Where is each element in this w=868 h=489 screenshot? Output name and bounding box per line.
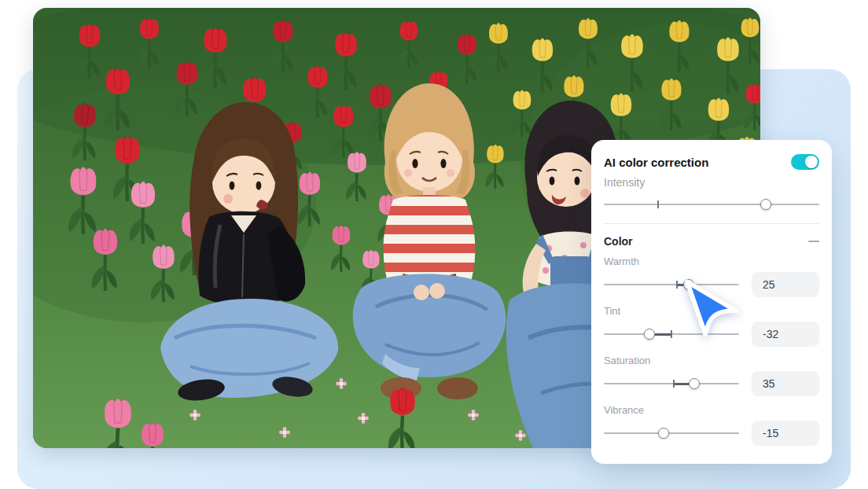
tint-value-field[interactable]: -32	[752, 322, 819, 347]
ai-color-correction-toggle[interactable]	[791, 154, 819, 170]
slider-handle[interactable]	[644, 329, 655, 340]
screenshot-root: AI color correction Intensity Color Warm…	[0, 0, 868, 489]
warmth-label: Warmth	[604, 256, 819, 267]
slider-handle[interactable]	[689, 378, 700, 389]
color-section-title: Color	[604, 235, 633, 248]
slider-track[interactable]	[604, 432, 739, 434]
cursor-pointer-icon	[681, 277, 739, 340]
panel-title: AI color correction	[604, 156, 708, 169]
vibrance-value-field[interactable]: -15	[752, 421, 819, 446]
slider-track[interactable]	[604, 204, 819, 205]
saturation-value-field[interactable]: 35	[752, 371, 819, 396]
vibrance-label: Vibrance	[604, 404, 819, 416]
toggle-knob	[805, 156, 818, 168]
vibrance-slider[interactable]	[604, 427, 739, 439]
collapse-minus-icon[interactable]	[808, 241, 819, 242]
saturation-label: Saturation	[604, 355, 819, 366]
slider-handle[interactable]	[760, 199, 771, 210]
saturation-slider[interactable]	[604, 377, 739, 390]
slider-tick	[657, 200, 659, 208]
slider-handle[interactable]	[658, 428, 669, 439]
divider	[604, 223, 819, 224]
slider-track[interactable]	[604, 383, 739, 384]
intensity-label: Intensity	[604, 176, 819, 189]
warmth-value-field[interactable]: 25	[752, 272, 819, 297]
intensity-slider[interactable]	[604, 198, 819, 211]
